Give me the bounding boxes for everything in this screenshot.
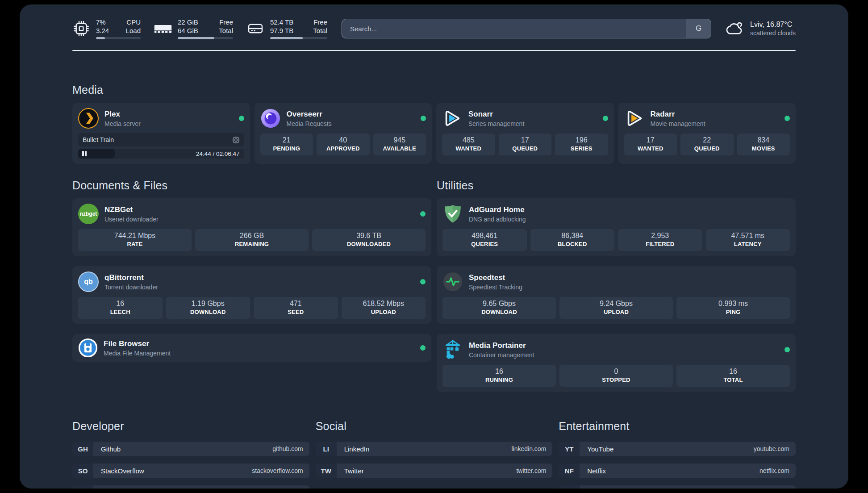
service-card-filebrowser[interactable]: File Browser Media File Management (72, 334, 431, 362)
memory-labels: Free Total (219, 18, 233, 35)
bookmark-twitter[interactable]: TW Twitter twitter.com (316, 464, 553, 478)
bookmark-name: StackOverflow (101, 467, 144, 475)
status-dot (420, 345, 426, 351)
service-description: Movie management (651, 120, 705, 127)
service-name: Speedtest (469, 273, 522, 282)
stat-tile: 266 GB REMAINING (195, 229, 309, 251)
session-icon (232, 136, 240, 144)
service-description: Torrent downloader (104, 284, 158, 291)
bookmark-reddit[interactable]: RE Reddit reddit.com (559, 485, 796, 489)
cpu-widget: 7% 3.24 CPU Load (72, 18, 141, 39)
cpu-values: 7% 3.24 (96, 18, 109, 35)
adguard-icon (442, 204, 463, 224)
bookmark-stackoverflow[interactable]: SO StackOverflow stackoverflow.com (72, 464, 309, 478)
filebrowser-icon (78, 338, 98, 358)
status-dot (785, 116, 790, 121)
bookmark-name: Netflix (587, 467, 606, 475)
bookmark-github[interactable]: GH Github github.com (72, 442, 309, 456)
weather-location-temp: Lviv, 16.87°C (750, 21, 796, 29)
service-card-plex[interactable]: Plex Media server Bullet Train (72, 103, 250, 164)
disk-progress-track (270, 37, 327, 39)
bookmark-abbr: TW (316, 464, 337, 478)
bookmark-abbr: GH (72, 442, 93, 456)
search-input[interactable] (342, 19, 686, 38)
stat-tile: 485 WANTED (442, 134, 495, 155)
stat-tile: 498,461 QUERIES (442, 229, 527, 251)
playback-progress-bar: 24:44 / 02:06:47 (78, 149, 244, 159)
service-name: Overseerr (287, 110, 332, 119)
section-title-developer: Developer (72, 420, 309, 433)
service-name: NZBGet (104, 205, 159, 214)
disk-icon (246, 20, 264, 38)
bookmark-abbr: RE (559, 485, 580, 489)
bookmark-linkedin[interactable]: LI LinkedIn linkedin.com (316, 442, 553, 456)
service-name: Plex (104, 110, 141, 119)
stat-tile: 0 STOPPED (559, 365, 673, 387)
bookmark-name: Github (101, 445, 121, 453)
search-bar: G (342, 19, 711, 38)
service-card-qbittorrent[interactable]: qb qBittorrent Torrent downloader 16 (72, 266, 431, 324)
qbittorrent-icon: qb (78, 272, 99, 292)
disk-progress-fill (270, 37, 303, 39)
weather-widget[interactable]: Lviv, 16.87°C scattered clouds (726, 19, 796, 38)
section-title-media: Media (72, 84, 796, 96)
service-card-overseerr[interactable]: Overseerr Media Requests 21 PENDING 40 A… (255, 103, 432, 164)
bookmark-abbr: SO (72, 464, 93, 478)
now-playing-title: Bullet Train (83, 136, 114, 143)
cpu-labels: CPU Load (126, 18, 141, 35)
stat-tile: 1.19 Gbps DOWNLOAD (166, 297, 250, 319)
top-bar: 7% 3.24 CPU Load (72, 17, 796, 40)
bookmark-dev[interactable]: DT DEV dev.to (72, 485, 309, 489)
plex-now-playing: Bullet Train 24:44 / 02:06:47 (78, 133, 244, 159)
cpu-progress-fill (96, 37, 105, 39)
service-card-radarr[interactable]: Radarr Movie management 17 WANTED 22 QUE… (618, 103, 796, 164)
service-name: File Browser (104, 339, 171, 348)
cpu-percent: 7% (96, 18, 109, 26)
section-title-documents: Documents & Files (72, 179, 431, 192)
service-card-portainer[interactable]: Media Portainer Container management 16 … (437, 334, 796, 392)
bookmark-netflix[interactable]: NF Netflix netflix.com (559, 464, 796, 478)
plex-icon (78, 108, 99, 129)
stat-tile: 16 RUNNING (442, 365, 556, 387)
social-column: Social LI LinkedIn linkedin.com TW Twitt… (316, 420, 553, 478)
bookmark-name: Twitter (344, 467, 364, 475)
stat-tile: 17 WANTED (624, 134, 677, 155)
bookmark-youtube[interactable]: YT YouTube youtube.com (559, 442, 796, 456)
memory-progress-track (178, 37, 233, 39)
bookmark-abbr: DT (72, 485, 93, 489)
stat-tile: 16 TOTAL (676, 365, 790, 387)
service-card-sonarr[interactable]: Sonarr Series management 485 WANTED 17 Q… (436, 103, 614, 164)
cloud-icon (726, 19, 744, 38)
stat-tile: 16 LEECH (78, 297, 163, 319)
service-description: DNS and adblocking (469, 216, 526, 223)
memory-widget: 22 GiB 64 GiB Free Total (154, 18, 233, 39)
status-dot (420, 279, 426, 284)
stat-tile: 471 SEED (254, 297, 338, 319)
bookmark-name: YouTube (587, 445, 613, 453)
stat-tile: 834 MOVIES (737, 134, 790, 155)
documents-column: Documents & Files nzbget NZBGet Usenet d… (72, 179, 431, 362)
service-description: Media Requests (287, 120, 332, 127)
stat-tile: 945 AVAILABLE (373, 134, 426, 155)
bookmark-url: github.com (272, 445, 303, 452)
service-card-speedtest[interactable]: Speedtest Speedtest Tracking 9.65 Gbps D… (437, 266, 796, 324)
service-card-adguard[interactable]: AdGuard Home DNS and adblocking 498,461 … (437, 198, 796, 256)
stat-tile: 40 APPROVED (317, 134, 370, 155)
stat-tile: 196 SERIES (555, 134, 608, 155)
memory-values: 22 GiB 64 GiB (178, 18, 198, 35)
stat-tile: 39.6 TB DOWNLOADED (312, 229, 426, 251)
utilities-column: Utilities (437, 179, 796, 392)
portainer-icon (442, 339, 463, 360)
stat-tile: 9.65 Gbps DOWNLOAD (442, 297, 556, 319)
overseerr-icon (260, 108, 281, 129)
stat-tile: 22 QUEUED (680, 134, 734, 155)
stat-tile: 17 QUEUED (499, 134, 552, 155)
disk-values: 52.4 TB 97.9 TB (270, 18, 293, 35)
disk-widget: 52.4 TB 97.9 TB Free Total (246, 18, 327, 39)
system-resources: 7% 3.24 CPU Load (72, 18, 327, 39)
service-name: qBittorrent (104, 273, 158, 282)
bookmark-url: stackoverflow.com (252, 467, 303, 474)
search-provider-button[interactable]: G (686, 19, 711, 38)
topbar-divider (72, 50, 796, 51)
service-card-nzbget[interactable]: nzbget NZBGet Usenet downloader 744.21 M… (72, 198, 431, 256)
